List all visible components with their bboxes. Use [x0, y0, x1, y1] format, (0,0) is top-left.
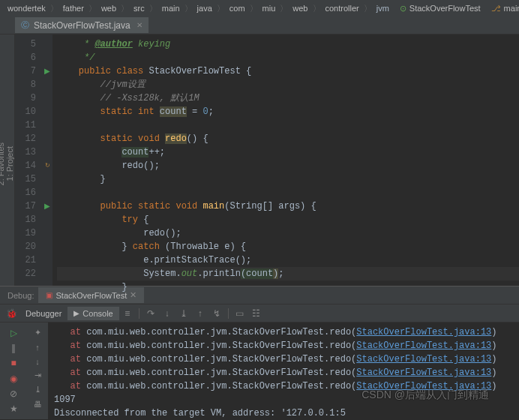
- console-icon: ▶: [74, 309, 80, 317]
- java-class-icon: Ⓒ: [21, 20, 29, 31]
- run-main-icon[interactable]: ▶: [44, 200, 50, 213]
- menu-icon[interactable]: ≡: [119, 305, 136, 322]
- console-output[interactable]: at com.miu.web.controller.jvm.StackOverF…: [48, 322, 519, 419]
- up-stack-icon[interactable]: ✦: [28, 326, 46, 340]
- console-subtab[interactable]: ▶Console: [68, 307, 118, 320]
- crumb[interactable]: father: [62, 4, 86, 13]
- print-icon[interactable]: 🖶: [28, 397, 46, 411]
- code-area[interactable]: * @author keying */ public class StackOv…: [52, 34, 519, 286]
- evaluate-icon[interactable]: ▭: [232, 305, 248, 322]
- wrap-icon[interactable]: ⇥: [28, 368, 46, 382]
- debug-body: ▷ ‖ ■ ◉ ⊘ ★ ✦ ↑ ↓ ⇥ ⤓ 🖶 at com.miu.web.c…: [0, 322, 519, 419]
- crumb[interactable]: java: [196, 4, 214, 13]
- debugger-subtab[interactable]: Debugger: [20, 307, 68, 320]
- crumb-branch[interactable]: main: [502, 4, 519, 13]
- resume-icon[interactable]: ▷: [4, 326, 22, 340]
- crumb[interactable]: controller: [324, 4, 361, 13]
- pause-icon[interactable]: ‖: [4, 340, 22, 356]
- stack-link[interactable]: StackOverFlowTest.java:13: [356, 368, 491, 378]
- scroll-down-icon[interactable]: ↓: [28, 354, 46, 368]
- line-gutter: 56 789 101112 131415 161718 192021 22: [15, 34, 42, 286]
- step-over-icon[interactable]: ↷: [142, 305, 159, 322]
- gutter-icons: ▶ ↻ ▶: [42, 34, 52, 286]
- crumb-test[interactable]: StackOverFlowTest: [408, 4, 482, 13]
- recursion-icon[interactable]: ↻: [45, 160, 50, 171]
- debug-label: Debug:: [3, 291, 38, 300]
- crumb[interactable]: jvm: [375, 4, 391, 13]
- close-icon[interactable]: ✕: [136, 21, 142, 29]
- tab-label: StackOverFlowTest.java: [34, 20, 130, 31]
- project-tool[interactable]: 1: Project: [5, 140, 14, 187]
- close-icon[interactable]: ✕: [130, 290, 136, 300]
- breakpoints-icon[interactable]: ◉: [4, 371, 22, 386]
- crumb[interactable]: miu: [261, 4, 278, 13]
- crumb[interactable]: com: [228, 4, 247, 13]
- crumb[interactable]: wondertek: [6, 4, 47, 13]
- editor-tabs: Ⓒ StackOverFlowTest.java ✕: [0, 16, 519, 34]
- rerun-icon[interactable]: 🐞: [3, 305, 20, 322]
- test-class-icon[interactable]: ⊙: [398, 4, 408, 14]
- tab-file[interactable]: Ⓒ StackOverFlowTest.java ✕: [15, 17, 148, 33]
- stack-link[interactable]: StackOverFlowTest.java:13: [356, 354, 491, 364]
- left-tool-stripe: 1: Project 2: Favorites: [0, 34, 15, 286]
- crumb[interactable]: web: [291, 4, 309, 13]
- editor: 1: Project 2: Favorites 56 789 101112 13…: [0, 34, 519, 286]
- favorites-tool[interactable]: 2: Favorites: [0, 136, 5, 191]
- step-into-icon[interactable]: ↓: [159, 305, 176, 322]
- step-out-icon[interactable]: ↑: [192, 305, 208, 322]
- mute-breakpoints-icon[interactable]: ⊘: [4, 386, 22, 401]
- more-icon[interactable]: ☷: [248, 305, 265, 322]
- crumb[interactable]: main: [160, 4, 182, 13]
- breadcrumb: wondertek〉 father〉 web〉 src〉 main〉 java〉…: [0, 0, 519, 16]
- crumb[interactable]: src: [132, 4, 146, 13]
- console-controls: ✦ ↑ ↓ ⇥ ⤓ 🖶: [27, 322, 48, 419]
- watermark: CSDN @后端从入门到精通: [362, 388, 489, 402]
- run-to-cursor-icon[interactable]: ↯: [208, 305, 225, 322]
- debug-left-controls: ▷ ‖ ■ ◉ ⊘ ★: [0, 322, 27, 419]
- force-step-icon[interactable]: ⤓: [176, 305, 192, 322]
- branch-icon[interactable]: ⎇: [490, 4, 502, 14]
- run-class-icon[interactable]: ▶: [44, 64, 50, 78]
- stack-link[interactable]: StackOverFlowTest.java:13: [356, 340, 491, 351]
- crumb[interactable]: web: [100, 4, 118, 13]
- settings-icon[interactable]: ★: [4, 401, 22, 416]
- stack-link[interactable]: StackOverFlowTest.java:13: [356, 327, 491, 338]
- stop-icon[interactable]: ■: [4, 356, 22, 370]
- scroll-up-icon[interactable]: ↑: [28, 340, 46, 354]
- scroll-end-icon[interactable]: ⤓: [28, 382, 46, 397]
- debug-toolbar: 🐞 Debugger ▶Console ≡ ↷ ↓ ⤓ ↑ ↯ ▭ ☷: [0, 304, 519, 322]
